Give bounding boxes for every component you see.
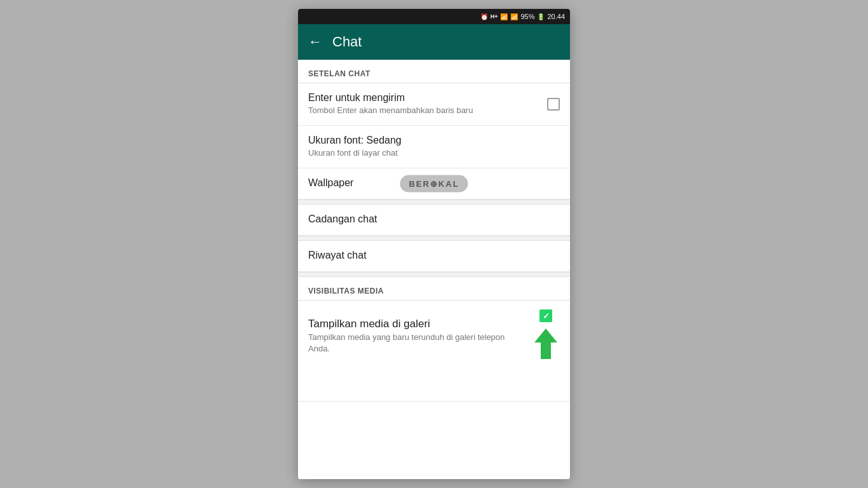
visibilitas-media-label: VISIBILITAS MEDIA (308, 287, 384, 295)
setelan-chat-header: SETELAN CHAT (298, 60, 570, 83)
tampilkan-media-item[interactable]: Tampilkan media di galeri Tampilkan medi… (298, 301, 570, 402)
tampilkan-media-subtitle: Tampilkan media yang baru terunduh di ga… (308, 332, 524, 355)
content-area: SETELAN CHAT Enter untuk mengirim Tombol… (298, 60, 570, 479)
separator-1 (298, 200, 570, 205)
ukuran-font-subtitle: Ukuran font di layar chat (308, 147, 552, 159)
status-bar: ⏰ H+ 📶 📶 95% 🔋 20.44 (298, 9, 570, 24)
signal2-icon: 📶 (510, 13, 518, 20)
media-checkbox-arrow-group (532, 309, 560, 363)
ukuran-font-title: Ukuran font: Sedang (308, 135, 552, 146)
wallpaper-item[interactable]: Wallpaper BER⊕KAL (298, 168, 570, 200)
visibilitas-media-header: VISIBILITAS MEDIA (298, 277, 570, 301)
riwayat-chat-title: Riwayat chat (308, 250, 552, 261)
ukuran-font-item[interactable]: Ukuran font: Sedang Ukuran font di layar… (298, 126, 570, 168)
separator-2 (298, 236, 570, 241)
enter-kirim-checkbox[interactable] (547, 98, 560, 111)
battery-icon: 🔋 (537, 13, 545, 20)
header-title: Chat (332, 34, 362, 50)
enter-kirim-title: Enter untuk mengirim (308, 92, 539, 104)
enter-kirim-item[interactable]: Enter untuk mengirim Tombol Enter akan m… (298, 83, 570, 126)
back-button[interactable]: ← (308, 35, 322, 49)
tampilkan-media-checkbox[interactable] (539, 309, 552, 322)
battery-percent: 95% (520, 13, 534, 20)
time-display: 20.44 (547, 13, 565, 20)
cadangan-chat-item[interactable]: Cadangan chat (298, 205, 570, 236)
alarm-icon: ⏰ (480, 13, 488, 20)
separator-3 (298, 272, 570, 277)
ukuran-font-text: Ukuran font: Sedang Ukuran font di layar… (308, 135, 560, 159)
app-header: ← Chat (298, 24, 570, 60)
enter-kirim-subtitle: Tombol Enter akan menambahkan baris baru (308, 105, 539, 116)
wallpaper-title: Wallpaper (308, 177, 552, 189)
up-arrow-indicator (532, 327, 560, 363)
riwayat-chat-text: Riwayat chat (308, 250, 560, 262)
riwayat-chat-item[interactable]: Riwayat chat (298, 241, 570, 272)
cadangan-chat-title: Cadangan chat (308, 214, 552, 225)
tampilkan-media-text: Tampilkan media di galeri Tampilkan medi… (308, 318, 532, 355)
svg-marker-0 (534, 329, 557, 359)
h-network-icon: H+ (491, 13, 498, 20)
enter-kirim-text: Enter untuk mengirim Tombol Enter akan m… (308, 92, 547, 116)
status-icons: ⏰ H+ 📶 📶 95% 🔋 20.44 (480, 13, 565, 20)
cadangan-chat-text: Cadangan chat (308, 214, 560, 226)
signal-icon: 📶 (500, 13, 508, 20)
setelan-chat-label: SETELAN CHAT (308, 69, 370, 78)
tampilkan-media-title: Tampilkan media di galeri (308, 318, 524, 330)
phone-frame: ⏰ H+ 📶 📶 95% 🔋 20.44 ← Chat SETELAN CHAT… (298, 9, 570, 479)
wallpaper-text: Wallpaper (308, 177, 560, 190)
